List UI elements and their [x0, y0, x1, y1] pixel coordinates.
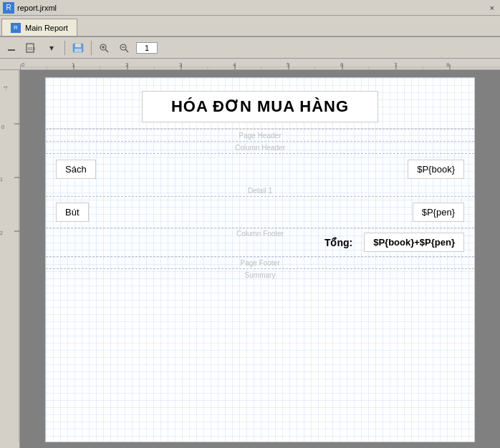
ruler-corner: [0, 59, 20, 70]
minimize-btn[interactable]: [3, 39, 20, 57]
detail-row-2: Bút $P{pen}: [46, 196, 474, 228]
total-value: $P{book}+$P{pen}: [364, 233, 464, 252]
svg-rect-0: [8, 49, 15, 51]
summary-band: Summary: [46, 268, 474, 281]
label-sach: Sách: [56, 160, 96, 179]
summary-label: Summary: [46, 269, 474, 281]
svg-text:2: 2: [0, 230, 3, 235]
toolbar-sep-1: [64, 41, 65, 55]
column-footer-band: Tổng: $P{book}+$P{pen} Column Footer: [46, 228, 474, 256]
ruler-marks-container: 0 1 2 3 4 5 6 7 8: [20, 59, 500, 69]
horizontal-ruler: 0 1 2 3 4 5 6 7 8: [0, 59, 500, 70]
column-header-band: Column Header: [46, 141, 474, 153]
page-footer-band: Page Footer: [46, 256, 474, 268]
toolbar: 010 ▾ 1: [0, 37, 500, 59]
svg-rect-5: [74, 49, 82, 52]
zoom-out-btn[interactable]: [116, 39, 133, 57]
svg-text:-1: -1: [3, 86, 8, 90]
zoom-level: 1: [136, 42, 158, 54]
vertical-ruler: -1 0 1 2: [0, 70, 20, 448]
detail-row-1: Sách $P{book} Detail 1: [46, 153, 474, 196]
toolbar-sep-2: [91, 41, 92, 55]
page-header-label: Page Header: [46, 130, 474, 141]
save-btn[interactable]: [69, 39, 87, 57]
svg-text:0: 0: [21, 62, 25, 68]
report-page: HÓA ĐƠN MUA HÀNG Page Header Column Head…: [45, 77, 475, 442]
title-bar-close[interactable]: ×: [487, 4, 497, 12]
svg-rect-4: [75, 44, 81, 47]
report-content: HÓA ĐƠN MUA HÀNG Page Header Column Head…: [46, 78, 474, 281]
value-pen: $P{pen}: [413, 203, 464, 222]
svg-text:010: 010: [28, 47, 36, 51]
tab-label: Main Report: [25, 24, 68, 32]
detail-row-2-content: Bút $P{pen}: [46, 197, 474, 228]
svg-text:1: 1: [0, 177, 3, 182]
title-box: HÓA ĐƠN MUA HÀNG: [142, 91, 378, 122]
page-num-btn[interactable]: 010: [23, 39, 40, 57]
row-data-1: Sách $P{book}: [56, 157, 464, 182]
app-icon: R: [3, 2, 14, 14]
detail-row-1-content: Sách $P{book}: [46, 154, 474, 185]
value-book: $P{book}: [408, 160, 464, 179]
title-section: HÓA ĐƠN MUA HÀNG: [46, 78, 474, 129]
svg-line-9: [105, 49, 108, 52]
zoom-in-btn[interactable]: [96, 39, 113, 57]
report-canvas[interactable]: HÓA ĐƠN MUA HÀNG Page Header Column Head…: [20, 70, 500, 448]
column-header-label: Column Header: [46, 142, 474, 153]
detail-1-label: Detail 1: [46, 185, 474, 196]
page-footer-label: Page Footer: [46, 257, 474, 268]
tab-icon: R: [11, 23, 21, 33]
main-report-tab[interactable]: R Main Report: [1, 19, 77, 36]
svg-text:8: 8: [446, 62, 450, 68]
label-but: Bút: [56, 203, 89, 222]
page-header-band: Page Header: [46, 129, 474, 141]
svg-text:0: 0: [1, 125, 4, 130]
tab-bar: R Main Report: [0, 16, 500, 37]
title-bar: R report.jrxml ×: [0, 0, 500, 16]
report-title: HÓA ĐƠN MUA HÀNG: [171, 97, 349, 115]
dropdown-btn[interactable]: ▾: [43, 39, 60, 57]
title-bar-filename: report.jrxml: [17, 4, 487, 12]
svg-line-12: [125, 49, 128, 52]
row-data-2: Bút $P{pen}: [56, 200, 464, 225]
canvas-area: -1 0 1 2 HÓA ĐƠN MUA HÀNG: [0, 70, 500, 448]
column-footer-label: Column Footer: [236, 230, 284, 238]
total-label: Tổng:: [324, 237, 352, 248]
